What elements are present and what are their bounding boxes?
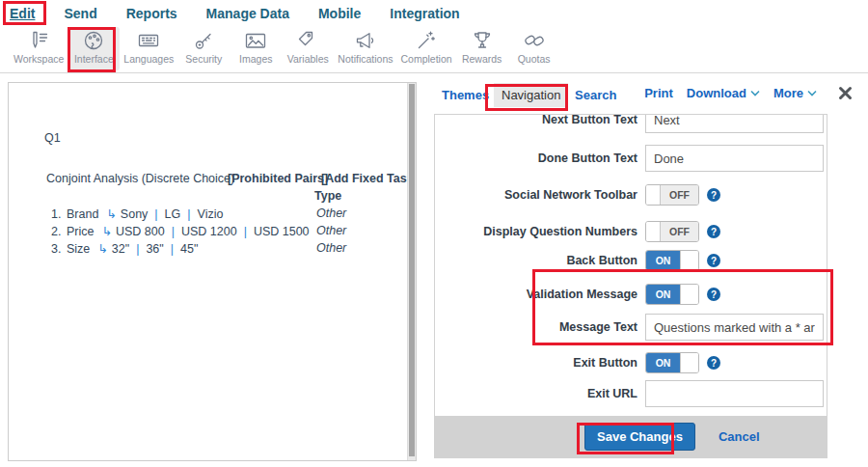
languages-icon (137, 29, 160, 52)
type-column-header: Type (314, 189, 341, 203)
toolbar-item-quotas[interactable]: Quotas (508, 27, 560, 70)
option-value: USD 1200 (181, 225, 237, 238)
toolbar-item-label: Languages (123, 53, 174, 65)
next-button-text-input[interactable] (645, 115, 824, 133)
row-number: 3. (51, 242, 67, 256)
toggle-knob (680, 353, 698, 372)
row-validation-message: Validation MessageON? (435, 284, 827, 305)
nav-item-edit[interactable]: Edit (10, 6, 35, 21)
option-separator: | (187, 207, 190, 221)
row-back-button: Back ButtonON? (435, 250, 827, 271)
variables-icon (296, 29, 319, 52)
help-icon[interactable]: ? (707, 188, 720, 202)
option-value: Sony (121, 207, 149, 221)
row-number: 1. (51, 207, 67, 221)
tab-search[interactable]: Search (575, 88, 616, 102)
attribute-row-price: 2.Price↳USD 800|USD 1200|USD 1500 (51, 224, 310, 238)
option-value: USD 1500 (254, 225, 310, 238)
cancel-link[interactable]: Cancel (719, 429, 760, 444)
option-separator: | (136, 242, 139, 256)
toolbar-item-label: Variables (287, 53, 329, 65)
display-question-numbers-toggle[interactable]: OFF (645, 221, 699, 242)
print-link[interactable]: Print (644, 86, 673, 100)
level-arrow-icon: ↳ (97, 242, 107, 256)
toggle-knob (646, 185, 661, 205)
toolbar-item-images[interactable]: Images (230, 27, 282, 70)
toolbar-item-label: Quotas (518, 53, 551, 65)
next-button-text-label: Next Button Text (435, 115, 637, 126)
done-button-text-input[interactable] (645, 145, 824, 172)
toolbar-item-rewards[interactable]: Rewards (456, 27, 508, 70)
edit-toolbar: WorkspaceInterfaceLanguagesSecurityImage… (0, 27, 868, 73)
toggle-state-label: OFF (661, 222, 698, 241)
back-button-toggle[interactable]: ON (645, 250, 699, 271)
close-icon[interactable] (838, 86, 853, 100)
quotas-icon (523, 29, 546, 52)
toolbar-item-workspace[interactable]: Workspace (10, 27, 68, 70)
message-text-input[interactable] (645, 314, 824, 341)
security-icon (192, 29, 215, 52)
option-separator: | (171, 242, 174, 256)
help-icon[interactable]: ? (707, 356, 720, 370)
toolbar-item-completion[interactable]: Completion (397, 27, 456, 70)
toolbar-item-interface[interactable]: Interface (68, 27, 120, 70)
exit-url-input[interactable] (645, 380, 824, 407)
validation-message-toggle[interactable]: ON (645, 284, 699, 305)
survey-preview-panel: Q1 Conjoint Analysis (Discrete Choice) [… (8, 82, 417, 461)
exit-button-label: Exit Button (435, 356, 637, 370)
nav-item-manage-data[interactable]: Manage Data (206, 6, 289, 21)
tab-themes[interactable]: Themes (442, 88, 489, 102)
toggle-knob (646, 222, 661, 241)
interface-icon (82, 29, 105, 52)
help-icon[interactable]: ? (707, 225, 720, 238)
completion-icon (415, 29, 438, 52)
tab-navigation[interactable]: Navigation (494, 83, 568, 107)
dialog-form: Next Button TextDone Button TextSocial N… (435, 115, 827, 416)
more-link[interactable]: More (773, 86, 817, 100)
social-network-toolbar-toggle[interactable]: OFF (645, 184, 699, 206)
social-network-toolbar-label: Social Network Toolbar (435, 188, 637, 202)
help-icon[interactable]: ? (707, 288, 720, 301)
row-exit-button: Exit ButtonON? (435, 352, 827, 373)
preview-scrollbar[interactable] (407, 83, 416, 460)
help-icon[interactable]: ? (707, 254, 720, 267)
row-type-value: Other (316, 241, 346, 255)
prohibited-pairs-link[interactable]: [Prohibited Pairs] (228, 172, 328, 185)
toggle-state-label: ON (646, 285, 680, 304)
toolbar-item-label: Workspace (14, 53, 64, 65)
question-type-title: Conjoint Analysis (Discrete Choice) (46, 172, 234, 185)
validation-message-label: Validation Message (435, 288, 637, 301)
save-changes-button[interactable]: Save Changes (584, 423, 695, 451)
toolbar-item-label: Notifications (338, 53, 393, 65)
preview-scrollbar-thumb[interactable] (409, 84, 415, 456)
exit-url-label: Exit URL (435, 387, 637, 400)
toggle-state-label: ON (646, 353, 680, 372)
toolbar-item-label: Images (239, 53, 272, 65)
question-code: Q1 (44, 131, 61, 145)
add-fixed-tasks-link[interactable]: [Add Fixed Tasks (321, 172, 417, 185)
nav-item-reports[interactable]: Reports (126, 6, 177, 21)
toggle-state-label: ON (646, 251, 680, 270)
row-done-button-text: Done Button Text (435, 145, 827, 172)
option-separator: | (172, 225, 175, 238)
toolbar-item-variables[interactable]: Variables (282, 27, 334, 70)
toolbar-item-notifications[interactable]: Notifications (334, 27, 396, 70)
row-next-button-text: Next Button Text (435, 115, 827, 133)
toolbar-item-security[interactable]: Security (177, 27, 230, 70)
nav-item-integration[interactable]: Integration (390, 6, 459, 21)
option-value: Vizio (198, 207, 224, 221)
toolbar-item-languages[interactable]: Languages (120, 27, 177, 70)
images-icon (244, 29, 267, 52)
option-value: USD 800 (116, 225, 165, 238)
toggle-state-label: OFF (661, 185, 698, 205)
row-social-network-toolbar: Social Network ToolbarOFF? (435, 184, 827, 206)
toggle-knob (680, 251, 698, 270)
exit-button-toggle[interactable]: ON (645, 352, 699, 373)
download-link[interactable]: Download (687, 86, 760, 100)
nav-item-mobile[interactable]: Mobile (318, 6, 361, 21)
attribute-name: Price (67, 225, 94, 238)
row-display-question-numbers: Display Question NumbersOFF? (435, 221, 827, 242)
attribute-name: Size (67, 242, 90, 256)
nav-item-send[interactable]: Send (64, 6, 96, 21)
option-value: LG (165, 207, 181, 221)
